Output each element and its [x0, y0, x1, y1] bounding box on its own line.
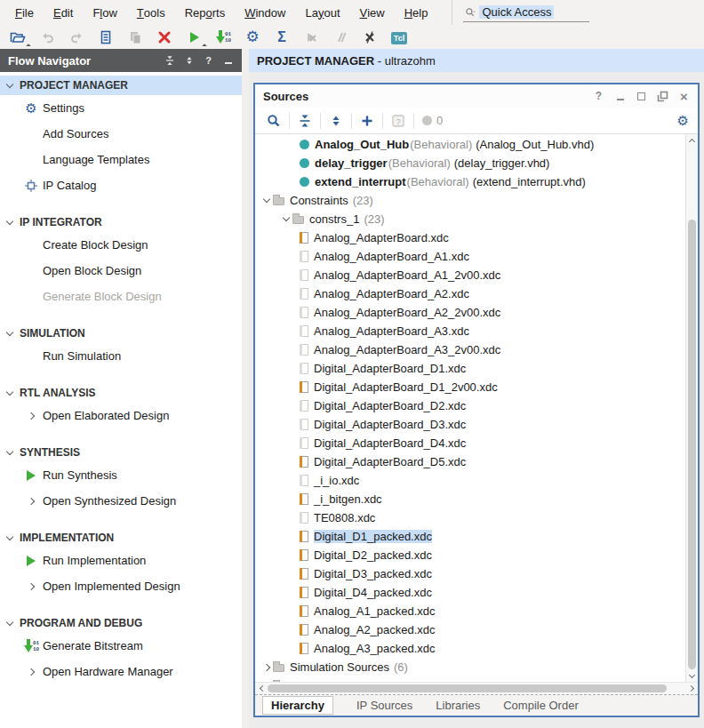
- expand-all-button[interactable]: [329, 114, 343, 128]
- fn-item-ip-catalog[interactable]: IP Catalog: [0, 172, 242, 198]
- scroll-up-arrow[interactable]: [686, 134, 698, 146]
- tree-row-constraints[interactable]: Constraints(23): [255, 191, 685, 210]
- tree-row-digital-adapterboard-d4-xdc[interactable]: Digital_AdapterBoard_D4.xdc: [255, 434, 685, 452]
- tree-row-digital-adapterboard-d1-2v00-xdc[interactable]: Digital_AdapterBoard_D1_2v00.xdc: [255, 378, 685, 396]
- fn-section-implementation[interactable]: IMPLEMENTATION: [0, 528, 242, 548]
- delete-button[interactable]: [156, 28, 173, 46]
- tree-row-constrs-1[interactable]: constrs_1(23): [255, 210, 685, 228]
- tree-row-simulation-sources[interactable]: Simulation Sources(6): [255, 658, 685, 676]
- menu-file[interactable]: File: [5, 0, 44, 25]
- sources-close-button[interactable]: ×: [678, 91, 690, 102]
- tree-row-analog-a2-packed-xdc[interactable]: Analog_A2_packed.xdc: [255, 620, 685, 639]
- menu-reports[interactable]: Reports: [175, 0, 236, 25]
- scroll-right-arrow[interactable]: [686, 686, 698, 691]
- vertical-scroll-track[interactable]: [686, 146, 698, 670]
- tree-row-extend-interrupt[interactable]: extend_interrupt(Behavioral)(extend_inte…: [255, 172, 685, 191]
- sources-maximize-button[interactable]: [636, 91, 647, 102]
- quick-access-search[interactable]: Quick Access: [463, 4, 589, 22]
- tree-row-analog-a1-packed-xdc[interactable]: Analog_A1_packed.xdc: [255, 602, 685, 620]
- flow-navigator-collapse-all-button[interactable]: [164, 55, 175, 67]
- fn-item-run-simulation[interactable]: Run Simulation: [0, 343, 242, 369]
- sources-help-button[interactable]: ?: [593, 91, 604, 102]
- sources-float-button[interactable]: [657, 91, 668, 102]
- fn-item-settings[interactable]: ⚙Settings: [0, 95, 242, 121]
- fn-item-run-implementation[interactable]: Run Implementation: [0, 548, 242, 573]
- fn-item-open-implemented-design[interactable]: Open Implemented Design: [0, 573, 242, 599]
- horizontal-scrollbar[interactable]: [255, 682, 698, 694]
- tree-row-i-io-xdc[interactable]: _i_io.xdc: [255, 471, 685, 490]
- tree-row-digital-d4-packed-xdc[interactable]: Digital_D4_packed.xdc: [255, 583, 685, 602]
- flow-navigator-expand-all-button[interactable]: [183, 55, 195, 67]
- report-button[interactable]: [97, 28, 115, 46]
- tree-row-digital-adapterboard-d3-xdc[interactable]: Digital_AdapterBoard_D3.xdc: [255, 415, 685, 434]
- tree-row-analog-adapterboard-a3-2v00-xdc[interactable]: Analog_AdapterBoard_A3_2v00.xdc: [255, 340, 685, 359]
- fn-section-simulation[interactable]: SIMULATION: [0, 324, 242, 343]
- report-summary-button[interactable]: Σ: [273, 28, 291, 46]
- settings-button[interactable]: ⚙: [244, 28, 261, 46]
- menu-edit[interactable]: Edit: [44, 0, 83, 25]
- collapse-all-button[interactable]: [298, 114, 312, 128]
- tree-row-digital-adapterboard-d2-xdc[interactable]: Digital_AdapterBoard_D2.xdc: [255, 396, 685, 415]
- flow-navigator-help-button[interactable]: ?: [203, 55, 214, 67]
- tree-row-analog-a3-packed-xdc[interactable]: Analog_A3_packed.xdc: [255, 639, 685, 658]
- tree-row-analog-adapterboard-a1-2v00-xdc[interactable]: Analog_AdapterBoard_A1_2v00.xdc: [255, 266, 685, 284]
- search-button[interactable]: [267, 114, 281, 128]
- fn-item-generate-block-design[interactable]: Generate Block Design: [0, 284, 242, 309]
- vertical-scrollbar[interactable]: [685, 134, 698, 682]
- tab-compile-order[interactable]: Compile Order: [503, 699, 579, 712]
- fn-item-add-sources[interactable]: Add Sources: [0, 121, 242, 147]
- tree-row-analog-adapterboard-a2-xdc[interactable]: Analog_AdapterBoard_A2.xdc: [255, 284, 685, 303]
- tree-row-analog-adapterboard-a2-2v00-xdc[interactable]: Analog_AdapterBoard_A2_2v00.xdc: [255, 303, 685, 322]
- chevron-down-icon[interactable]: [283, 214, 290, 221]
- sources-minimize-button[interactable]: [614, 91, 626, 102]
- generate-bitstream-button[interactable]: 0110: [214, 28, 232, 46]
- tree-row-digital-adapterboard-d1-xdc[interactable]: Digital_AdapterBoard_D1.xdc: [255, 359, 685, 378]
- menu-window[interactable]: Window: [235, 0, 295, 25]
- menu-view[interactable]: View: [350, 0, 395, 25]
- scroll-down-arrow[interactable]: [686, 670, 698, 682]
- fn-section-ip-integrator[interactable]: IP INTEGRATOR: [0, 212, 242, 232]
- tree-row-analog-adapterboard-a3-xdc[interactable]: Analog_AdapterBoard_A3.xdc: [255, 322, 685, 340]
- chevron-right-icon[interactable]: [263, 663, 270, 670]
- scroll-left-arrow[interactable]: [255, 686, 267, 691]
- kill-button[interactable]: [361, 28, 379, 46]
- tab-libraries[interactable]: Libraries: [436, 699, 480, 712]
- menu-flow[interactable]: Flow: [83, 0, 126, 25]
- tab-ip-sources[interactable]: IP Sources: [356, 699, 412, 712]
- menu-tools[interactable]: Tools: [127, 0, 175, 25]
- tree-row-analog-adapterboard-a1-xdc[interactable]: Analog_AdapterBoard_A1.xdc: [255, 247, 685, 266]
- open-project-button[interactable]: [9, 28, 27, 46]
- run-button[interactable]: [185, 28, 203, 46]
- tree-row-digital-adapterboard-d5-xdc[interactable]: Digital_AdapterBoard_D5.xdc: [255, 452, 685, 471]
- flow-navigator-minimize-button[interactable]: [222, 55, 234, 67]
- tree-row-te0808-xdc[interactable]: TE0808.xdc: [255, 508, 685, 527]
- tree-row-delay-trigger[interactable]: delay_trigger(Behavioral)(delay_trigger.…: [255, 154, 685, 172]
- fn-item-open-block-design[interactable]: Open Block Design: [0, 258, 242, 284]
- tab-hierarchy[interactable]: Hierarchy: [262, 696, 333, 715]
- horizontal-scroll-thumb[interactable]: [268, 684, 667, 692]
- fn-section-rtl-analysis[interactable]: RTL ANALYSIS: [0, 383, 242, 403]
- fn-item-open-elaborated-design[interactable]: Open Elaborated Design: [0, 403, 242, 428]
- fn-item-run-synthesis[interactable]: Run Synthesis: [0, 462, 242, 488]
- tree-row-digital-d3-packed-xdc[interactable]: Digital_D3_packed.xdc: [255, 564, 685, 583]
- menu-layout[interactable]: Layout: [295, 0, 349, 25]
- add-sources-button[interactable]: [360, 114, 374, 128]
- tree-row-i-bitgen-xdc[interactable]: _i_bitgen.xdc: [255, 490, 685, 508]
- chevron-down-icon[interactable]: [263, 196, 270, 203]
- fn-item-create-block-design[interactable]: Create Block Design: [0, 232, 242, 258]
- sources-settings-button[interactable]: ⚙: [677, 113, 689, 128]
- fn-item-open-hardware-manager[interactable]: Open Hardware Manager: [0, 659, 242, 684]
- tree-row-digital-d2-packed-xdc[interactable]: Digital_D2_packed.xdc: [255, 546, 685, 564]
- tree-row-analog-out-hub[interactable]: Analog_Out_Hub(Behavioral)(Analog_Out_Hu…: [255, 135, 685, 154]
- panel-splitter[interactable]: [242, 49, 249, 728]
- vertical-scroll-thumb[interactable]: [688, 220, 696, 669]
- menu-help[interactable]: Help: [395, 0, 438, 25]
- fn-section-project-manager[interactable]: PROJECT MANAGER: [0, 76, 242, 95]
- fn-item-language-templates[interactable]: Language Templates: [0, 147, 242, 172]
- fn-item-generate-bitstream[interactable]: 0110Generate Bitstream: [0, 633, 242, 659]
- fn-section-synthesis[interactable]: SYNTHESIS: [0, 443, 242, 462]
- tcl-console-button[interactable]: Tcl: [390, 28, 408, 46]
- tree-row-digital-d1-packed-xdc[interactable]: Digital_D1_packed.xdc: [255, 527, 685, 546]
- horizontal-scroll-track[interactable]: [267, 683, 686, 694]
- fn-item-open-synthesized-design[interactable]: Open Synthesized Design: [0, 488, 242, 514]
